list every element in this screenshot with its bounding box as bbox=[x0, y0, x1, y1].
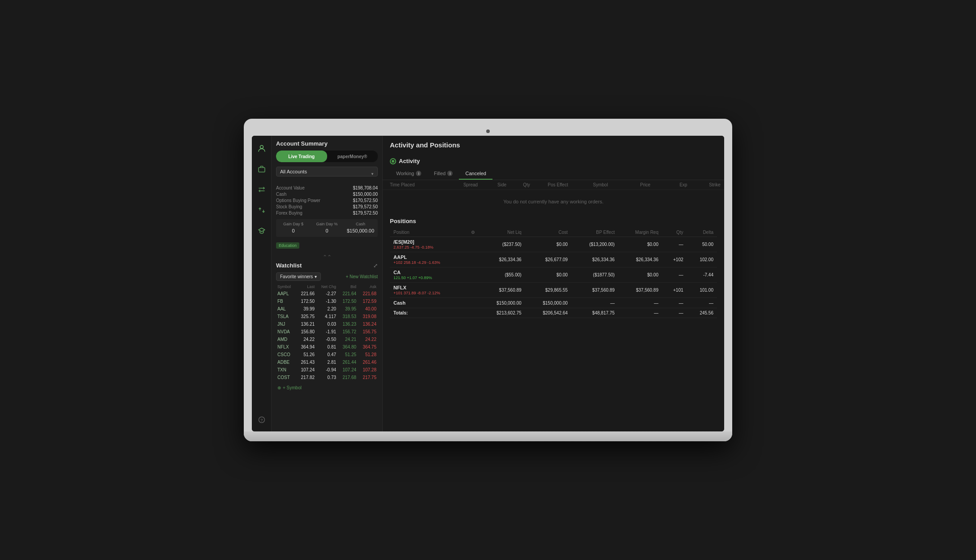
account-select[interactable]: All Accounts Individual IRA bbox=[276, 167, 378, 177]
position-symbol-cell: Cash bbox=[390, 298, 467, 308]
position-empty bbox=[467, 237, 479, 252]
cash-value: $150,000.00 bbox=[347, 228, 374, 233]
working-columns-header: Time Placed Spread Side Qty Pos Effect S… bbox=[383, 180, 724, 190]
col-strike: Strike bbox=[699, 182, 724, 187]
watchlist-title: Watchlist bbox=[276, 262, 302, 269]
favorite-winners-btn[interactable]: Favorite winners ▾ bbox=[276, 272, 321, 281]
watchlist-netchg: 0.73 bbox=[316, 374, 337, 381]
watchlist-row[interactable]: FB 172.50 -1.30 172.50 172.59 bbox=[276, 297, 378, 305]
pos-col-margin-req: Margin Req bbox=[618, 228, 662, 237]
watchlist-col-ask: Ask bbox=[358, 284, 378, 290]
watchlist-row[interactable]: AMD 24.22 -0.50 24.21 24.22 bbox=[276, 336, 378, 343]
position-margin-req: $0.00 bbox=[618, 237, 662, 252]
laptop-outer: ? Account Summary Live Trading paperMone… bbox=[244, 119, 732, 441]
position-delta: 101.00 bbox=[687, 283, 717, 298]
account-field-label: Options Buying Power bbox=[276, 198, 320, 203]
watchlist-row[interactable]: JNJ 136.21 0.03 136.23 136.24 bbox=[276, 320, 378, 328]
watchlist-symbol: AAPL bbox=[276, 290, 296, 297]
positions-title: Positions bbox=[390, 218, 717, 224]
positions-tbody: /ES[M20] 2,637.25 -4.75 -0.18% ($237.50)… bbox=[390, 237, 717, 318]
watchlist-row[interactable]: CSCO 51.26 0.47 51.25 51.28 bbox=[276, 351, 378, 358]
sidebar-icon-accounts[interactable] bbox=[255, 142, 268, 155]
account-field-value: $150,000.00 bbox=[353, 192, 378, 197]
watchlist-last: 221.66 bbox=[296, 290, 316, 297]
sidebar-icon-transfer[interactable] bbox=[255, 183, 268, 196]
expand-watchlist-btn[interactable]: ⤢ bbox=[373, 263, 378, 269]
position-bp-effect: — bbox=[571, 298, 618, 308]
position-symbol-text: Cash bbox=[393, 300, 464, 306]
col-price: Price bbox=[623, 182, 668, 187]
watchlist-symbol: NFLX bbox=[276, 343, 296, 351]
watchlist-netchg: 0.03 bbox=[316, 320, 337, 328]
tab-canceled[interactable]: Canceled bbox=[459, 168, 492, 180]
col-pos-effect: Pos Effect bbox=[538, 182, 578, 187]
account-summary-title: Account Summary bbox=[276, 140, 378, 147]
laptop-screen: ? Account Summary Live Trading paperMone… bbox=[252, 136, 724, 431]
account-info-row: Options Buying Power$170,572.50 bbox=[276, 198, 378, 203]
watchlist-row[interactable]: NVDA 156.80 -1.91 156.72 156.75 bbox=[276, 328, 378, 336]
new-watchlist-btn[interactable]: + New Watchlist bbox=[345, 274, 378, 279]
live-trading-btn[interactable]: Live Trading bbox=[276, 151, 327, 162]
watchlist-col-bid: Bid bbox=[337, 284, 358, 290]
sidebar-icon-briefcase[interactable] bbox=[255, 163, 268, 175]
positions-row[interactable]: AAPL +102 258.18 -4.29 -1.63% $26,334.36… bbox=[390, 252, 717, 267]
position-empty bbox=[467, 298, 479, 308]
sidebar-icon-education[interactable] bbox=[255, 224, 268, 237]
add-symbol-label: + Symbol bbox=[283, 385, 302, 390]
totals-empty bbox=[467, 308, 479, 318]
watchlist-bid: 172.50 bbox=[337, 297, 358, 305]
watchlist-symbol: TXN bbox=[276, 366, 296, 374]
totals-label: Totals: bbox=[390, 308, 467, 318]
positions-row[interactable]: NFLX +101 371.89 -8.07 -2.12% $37,560.89… bbox=[390, 283, 717, 298]
watchlist-row[interactable]: COST 217.82 0.73 217.68 217.75 bbox=[276, 374, 378, 381]
gain-day-pct-col: Gain Day % 0 bbox=[311, 222, 342, 234]
watchlist-row[interactable]: NFLX 364.94 0.81 364.80 364.75 bbox=[276, 343, 378, 351]
position-net-liq: $150,000.00 bbox=[479, 298, 525, 308]
collapse-btn[interactable]: ⌃⌃ bbox=[276, 254, 378, 260]
watchlist-row[interactable]: TXN 107.24 -0.94 107.24 107.28 bbox=[276, 366, 378, 374]
totals-bp-effect: $48,817.75 bbox=[571, 308, 618, 318]
svg-point-0 bbox=[260, 146, 263, 149]
watchlist-row[interactable]: AAL 39.99 2.20 39.95 40.00 bbox=[276, 305, 378, 313]
tabs-row: Working ℹ Filled ℹ Canceled bbox=[383, 168, 724, 180]
cash-label: Cash bbox=[345, 222, 376, 226]
watchlist-ask: 136.24 bbox=[358, 320, 378, 328]
position-delta: -7.44 bbox=[687, 267, 717, 283]
watchlist-ask: 172.59 bbox=[358, 297, 378, 305]
add-symbol-btn[interactable]: ⊕ + Symbol bbox=[276, 384, 378, 392]
watchlist-row[interactable]: ADBE 261.43 2.81 261.44 261.46 bbox=[276, 358, 378, 366]
right-panel-title-section: Activity and Positions bbox=[383, 136, 724, 153]
watchlist-netchg: -0.50 bbox=[316, 336, 337, 343]
paper-money-btn[interactable]: paperMoney® bbox=[327, 151, 378, 162]
tab-filled[interactable]: Filled ℹ bbox=[428, 168, 459, 180]
watchlist-table: Symbol Last Net Chg Bid Ask AAPL 221.66 … bbox=[276, 284, 378, 381]
account-fields: Account Value$198,708.04Cash$150,000.00O… bbox=[276, 185, 378, 215]
tab-working[interactable]: Working ℹ bbox=[390, 168, 428, 180]
position-symbol-text: /ES[M20] bbox=[393, 239, 464, 245]
tab-canceled-label: Canceled bbox=[465, 171, 486, 176]
pos-col-gear[interactable]: ⚙ bbox=[467, 228, 479, 237]
positions-row[interactable]: CA 121.50 +1.07 +0.89% ($55.00) $0.00 ($… bbox=[390, 267, 717, 283]
position-details: 2,637.25 -4.75 -0.18% bbox=[393, 245, 464, 250]
account-info-row: Cash$150,000.00 bbox=[276, 192, 378, 197]
watchlist-ask: 364.75 bbox=[358, 343, 378, 351]
plus-icon: ⊕ bbox=[277, 385, 281, 390]
position-net-liq: $26,334.36 bbox=[479, 252, 525, 267]
watchlist-bid: 156.72 bbox=[337, 328, 358, 336]
positions-row[interactable]: Cash $150,000.00 $150,000.00 — — — — bbox=[390, 298, 717, 308]
positions-row[interactable]: /ES[M20] 2,637.25 -4.75 -0.18% ($237.50)… bbox=[390, 237, 717, 252]
watchlist-row[interactable]: TSLA 325.75 4.117 318.53 319.08 bbox=[276, 313, 378, 320]
watchlist-ask: 261.46 bbox=[358, 358, 378, 366]
account-select-wrapper[interactable]: All Accounts Individual IRA bbox=[276, 167, 378, 181]
watchlist-bid: 136.23 bbox=[337, 320, 358, 328]
watchlist-symbol: JNJ bbox=[276, 320, 296, 328]
sidebar-icon-swap[interactable] bbox=[255, 204, 268, 216]
position-margin-req: — bbox=[618, 298, 662, 308]
sidebar-icon-help[interactable]: ? bbox=[255, 414, 268, 426]
account-field-value: $179,572.50 bbox=[353, 204, 378, 209]
account-field-value: $170,572.50 bbox=[353, 198, 378, 203]
watchlist-bid: 364.80 bbox=[337, 343, 358, 351]
laptop-base bbox=[244, 431, 732, 441]
watchlist-symbol: COST bbox=[276, 374, 296, 381]
watchlist-row[interactable]: AAPL 221.66 -2.27 221.64 221.68 bbox=[276, 290, 378, 297]
